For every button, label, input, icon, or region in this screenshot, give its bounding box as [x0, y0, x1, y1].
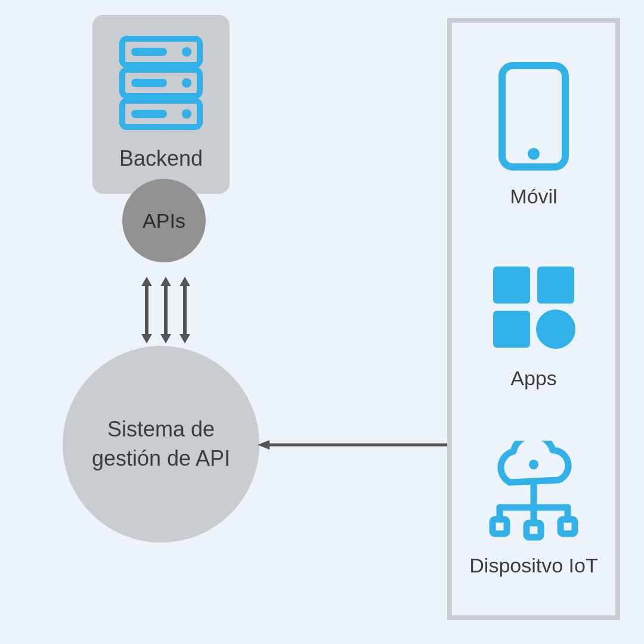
api-management-label: Sistema de gestión de API: [80, 415, 242, 473]
client-mobile: Móvil: [495, 60, 572, 209]
svg-marker-14: [160, 334, 171, 343]
svg-point-34: [529, 460, 538, 469]
svg-point-6: [182, 47, 191, 57]
svg-rect-4: [131, 79, 167, 87]
svg-rect-23: [537, 267, 574, 304]
clients-panel: Móvil Apps Dispositvo IoT: [447, 18, 620, 620]
svg-marker-13: [160, 277, 171, 286]
apis-circle: APIs: [122, 179, 206, 262]
svg-rect-22: [493, 267, 530, 304]
svg-rect-3: [131, 48, 167, 56]
backend-label: Backend: [119, 146, 203, 171]
svg-rect-32: [561, 519, 575, 534]
api-management-circle: Sistema de gestión de API: [63, 346, 259, 543]
svg-point-7: [182, 78, 191, 88]
mobile-icon: [495, 60, 572, 173]
client-iot: Dispositvo IoT: [469, 441, 597, 578]
bidirectional-arrows: [136, 274, 196, 346]
svg-rect-24: [493, 311, 530, 348]
svg-rect-33: [527, 523, 541, 537]
mobile-label: Móvil: [510, 184, 557, 209]
arrow-clients-to-management: [256, 439, 447, 451]
svg-marker-10: [141, 277, 152, 286]
apps-icon: [486, 259, 581, 355]
apps-label: Apps: [510, 366, 557, 391]
svg-marker-19: [258, 440, 270, 450]
iot-label: Dispositvo IoT: [469, 553, 597, 578]
svg-point-21: [528, 148, 540, 160]
svg-point-8: [182, 109, 191, 119]
svg-rect-31: [493, 519, 507, 534]
iot-cloud-icon: [477, 441, 590, 542]
svg-rect-5: [131, 110, 167, 118]
svg-marker-16: [179, 277, 190, 286]
apis-label: APIs: [143, 209, 185, 233]
svg-point-25: [536, 309, 575, 349]
svg-marker-17: [179, 334, 190, 343]
svg-marker-11: [141, 334, 152, 343]
backend-box: Backend: [92, 15, 230, 194]
client-apps: Apps: [486, 259, 581, 391]
server-icon: [116, 33, 206, 134]
